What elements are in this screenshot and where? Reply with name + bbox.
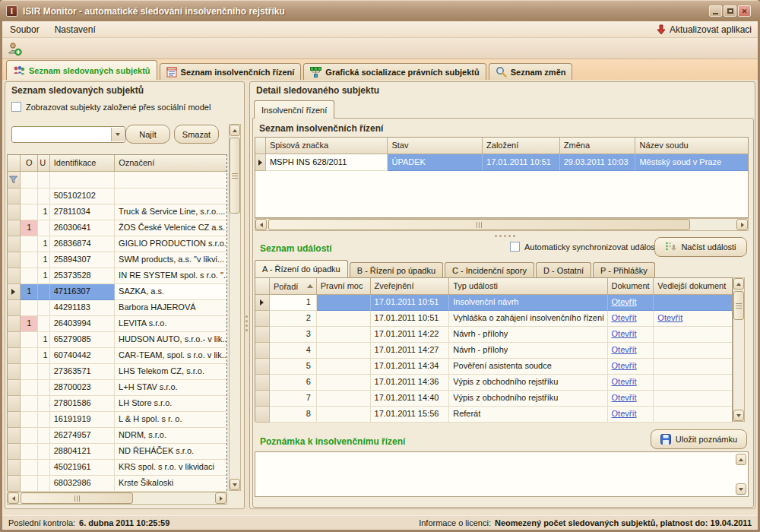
event-cell-dokument[interactable]: Otevřít <box>608 391 654 407</box>
subject-cell-u[interactable] <box>38 396 50 412</box>
event-cell-dokument[interactable]: Otevřít <box>608 311 654 327</box>
event-cell-vedlejsi-dokument[interactable]: Otevřít <box>654 311 732 327</box>
filter-cell[interactable] <box>21 172 38 188</box>
subject-cell-u[interactable]: 1 <box>38 204 50 220</box>
open-document-link[interactable]: Otevřít <box>612 361 637 370</box>
event-cell-poradi[interactable]: 4 <box>270 343 317 359</box>
event-cell-dokument[interactable]: Otevřít <box>608 295 654 311</box>
subject-cell-identifikace[interactable]: 26836874 <box>50 236 115 252</box>
event-cell-poradi[interactable]: 3 <box>270 327 317 343</box>
subject-cell-oznaceni[interactable]: LH Store s.r.o. <box>115 396 226 412</box>
scroll-thumb[interactable] <box>21 492 133 504</box>
row-marker[interactable] <box>8 300 21 316</box>
subject-cell-identifikace[interactable]: 26030641 <box>50 220 115 236</box>
row-marker[interactable] <box>255 295 270 311</box>
event-cell-zverejneni[interactable]: 17.01.2011 14:27 <box>371 343 450 359</box>
row-marker[interactable] <box>8 348 21 364</box>
event-cell-vedlejsi-dokument[interactable] <box>654 407 732 423</box>
event-cell-typ-udalosti[interactable]: Výpis z obchodního rejstříku <box>449 391 607 407</box>
subject-cell-oznaceni[interactable]: CAR-TEAM, spol. s r.o. v lik... <box>115 348 226 364</box>
event-cell-pravni-moc[interactable] <box>317 327 371 343</box>
subject-cell-o[interactable]: 1 <box>21 284 38 300</box>
filter-cell[interactable] <box>38 172 50 188</box>
event-row[interactable]: 417.01.2011 14:27Návrh - přílohyOtevřít <box>255 343 732 359</box>
column-header-stav[interactable]: Stav <box>388 138 483 154</box>
row-marker[interactable] <box>255 407 270 423</box>
event-cell-typ-udalosti[interactable]: Insolvenční návrh <box>449 295 607 311</box>
row-marker[interactable] <box>8 204 21 220</box>
subject-cell-u[interactable] <box>38 412 50 428</box>
event-cell-dokument[interactable]: Otevřít <box>608 327 654 343</box>
event-cell-pravni-moc[interactable] <box>317 295 371 311</box>
events-vertical-scrollbar[interactable] <box>733 277 745 422</box>
subject-search-combobox[interactable] <box>11 126 125 143</box>
subject-cell-o[interactable] <box>21 364 38 380</box>
row-marker[interactable] <box>8 428 21 444</box>
column-header-dokument[interactable]: Dokument <box>608 278 654 295</box>
subject-row[interactable]: 160740442CAR-TEAM, spol. s r.o. v lik... <box>8 348 226 364</box>
scroll-up-button[interactable] <box>230 125 240 136</box>
column-header-vedlejsi-dokument[interactable]: Vedlejší dokument <box>654 278 732 295</box>
event-cell-poradi[interactable]: 2 <box>270 311 317 327</box>
subject-cell-o[interactable] <box>21 396 38 412</box>
subject-cell-identifikace[interactable]: 25894307 <box>50 252 115 268</box>
scroll-thumb[interactable] <box>268 219 690 230</box>
row-marker[interactable] <box>255 343 270 359</box>
subject-cell-u[interactable] <box>38 188 50 204</box>
event-row[interactable]: 317.01.2011 14:22Návrh - přílohyOtevřít <box>255 327 732 343</box>
event-cell-dokument[interactable]: Otevřít <box>608 343 654 359</box>
update-app-button[interactable]: Aktualizovat aplikaci <box>651 24 758 35</box>
subject-cell-o[interactable]: 1 <box>21 220 38 236</box>
subject-cell-o[interactable]: 1 <box>21 316 38 332</box>
scroll-thumb[interactable] <box>230 138 240 214</box>
subject-cell-u[interactable]: 1 <box>38 252 50 268</box>
event-cell-poradi[interactable]: 6 <box>270 375 317 391</box>
open-document-link[interactable]: Otevřít <box>612 377 637 386</box>
social-model-checkbox[interactable] <box>11 102 21 112</box>
subject-cell-u[interactable] <box>38 316 50 332</box>
column-header-o[interactable]: O <box>21 155 38 172</box>
scroll-thumb[interactable] <box>733 291 744 320</box>
event-cell-typ-udalosti[interactable]: Vyhláška o zahájení insolvenčního řízení <box>449 311 607 327</box>
row-marker[interactable] <box>8 284 21 300</box>
proceeding-cell-stav[interactable]: ÚPADEK <box>388 154 483 171</box>
event-cell-vedlejsi-dokument[interactable] <box>654 295 732 311</box>
event-cell-typ-udalosti[interactable]: Referát <box>449 407 607 423</box>
subject-cell-oznaceni[interactable]: KRS spol. s r.o. v likvidaci <box>115 460 226 476</box>
subject-row[interactable]: 16191919L & H spol. s r. o. <box>8 412 226 428</box>
filter-cell[interactable] <box>50 172 115 188</box>
subject-row[interactable]: 505102102 <box>8 188 226 204</box>
horizontal-splitter[interactable] <box>495 235 515 237</box>
event-cell-dokument[interactable]: Otevřít <box>608 375 654 391</box>
event-cell-pravni-moc[interactable] <box>317 359 371 375</box>
proceeding-row[interactable]: MSPH INS 628/2011ÚPADEK17.01.2011 10:512… <box>255 154 748 171</box>
subject-cell-u[interactable] <box>38 476 50 492</box>
subject-cell-identifikace[interactable]: 25373528 <box>50 268 115 284</box>
event-cell-pravni-moc[interactable] <box>317 375 371 391</box>
column-header-zmena[interactable]: Změna <box>560 138 636 154</box>
event-row[interactable]: 217.01.2011 10:51Vyhláška o zahájení ins… <box>255 311 732 327</box>
subject-row[interactable]: 68032986Krste Šikaloski <box>8 476 226 492</box>
filter-cell[interactable] <box>115 172 226 188</box>
row-marker[interactable] <box>8 460 21 476</box>
subject-cell-oznaceni[interactable]: Krste Šikaloski <box>115 476 226 492</box>
event-cell-vedlejsi-dokument[interactable] <box>654 375 732 391</box>
subject-row[interactable]: 26274957NDRM, s.r.o. <box>8 428 226 444</box>
row-marker[interactable] <box>255 375 270 391</box>
event-row[interactable]: 517.01.2011 14:34Pověření asistenta soud… <box>255 359 732 375</box>
event-cell-zverejneni[interactable]: 17.01.2011 15:56 <box>371 407 450 423</box>
subject-cell-o[interactable] <box>21 348 38 364</box>
subject-cell-o[interactable] <box>21 332 38 348</box>
minimize-button[interactable] <box>709 5 722 17</box>
column-header-u[interactable]: U <box>38 155 50 172</box>
subject-cell-o[interactable] <box>21 444 38 460</box>
open-document-link[interactable]: Otevřít <box>612 297 637 306</box>
event-tab-c[interactable]: C - Incidenční spory <box>445 262 534 277</box>
subject-row[interactable]: 27363571LHS Telekom CZ, s.r.o. <box>8 364 226 380</box>
event-tab-a[interactable]: A - Řízení do úpadku <box>255 260 348 277</box>
scroll-left-button[interactable] <box>255 219 267 230</box>
event-tab-b[interactable]: B - Řízení po úpadku <box>350 262 443 277</box>
column-header-zverejneni[interactable]: Zveřejnění <box>371 278 450 295</box>
subject-cell-u[interactable]: 1 <box>38 348 50 364</box>
subject-row[interactable]: 44291183Barbora HAJEROVÁ <box>8 300 226 316</box>
